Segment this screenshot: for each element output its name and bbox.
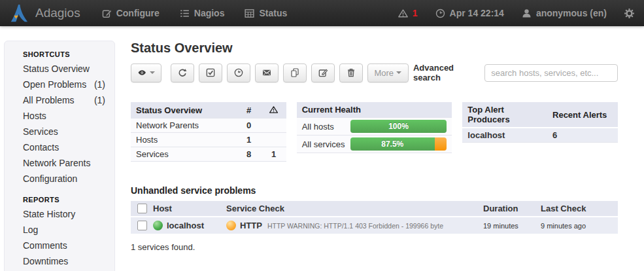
duration-value: 19 minutes [483, 222, 541, 230]
advanced-search: Advanced search [413, 63, 618, 82]
last-check-value: 9 minutes ago [541, 222, 618, 230]
nav-nagios[interactable]: Nagios [179, 8, 225, 19]
recent-alerts-header: Recent Alerts [547, 102, 618, 128]
duration-column-header: Duration [483, 204, 541, 213]
top-alert-producers-panel: Top Alert Producers Recent Alerts localh… [462, 102, 618, 162]
nav-nagios-label: Nagios [194, 8, 225, 18]
nav-configure[interactable]: Configure [101, 8, 160, 19]
warning-icon [269, 105, 279, 115]
envelope-icon [262, 67, 272, 78]
schedule-downtime-button[interactable] [227, 63, 250, 82]
check-square-icon [205, 67, 216, 78]
sidebar-item-contacts[interactable]: Contacts [5, 139, 114, 155]
progress-warning-segment [435, 137, 447, 151]
acknowledge-button[interactable] [199, 63, 222, 82]
trash-icon [346, 67, 356, 78]
nav-settings[interactable] [624, 8, 635, 19]
problems-section-title: Unhandled service problems [131, 185, 618, 196]
warning-column-header [262, 102, 286, 118]
clock-icon [435, 8, 446, 19]
top-navbar: Adagios Configure Nagios Status 1 [0, 0, 644, 26]
item-count: (1) [94, 78, 105, 91]
producer-count: 6 [547, 128, 618, 143]
service-detail-text: HTTP WARNING: HTTP/1.1 403 Forbidden - 1… [267, 222, 443, 230]
status-overview-panel: Status Overview # Network Parents 0 Host… [131, 102, 286, 162]
sidebar-item-comments[interactable]: Comments [5, 238, 114, 253]
send-message-button[interactable] [255, 63, 279, 82]
problems-header-row: Host Service Check Duration Last Check [131, 201, 618, 216]
sidebar-item-all-problems[interactable]: All Problems(1) [5, 92, 114, 108]
row-checkbox[interactable] [137, 221, 147, 230]
more-button-label: More [374, 68, 394, 78]
health-row-label: All hosts [297, 118, 350, 136]
nav-alerts[interactable]: 1 [398, 8, 418, 19]
service-column-header: Service Check [226, 204, 483, 213]
table-row[interactable]: Hosts 1 [131, 133, 286, 147]
sidebar-item-state-history[interactable]: State History [5, 206, 114, 222]
nav-datetime[interactable]: Apr 14 22:14 [435, 8, 504, 19]
refresh-button[interactable] [171, 63, 194, 82]
producers-header: Top Alert Producers [462, 102, 547, 128]
table-row[interactable]: localhost HTTP HTTP WARNING: HTTP/1.1 40… [131, 217, 618, 234]
delete-button[interactable] [339, 63, 363, 82]
edit-icon [318, 67, 328, 78]
host-ok-status-icon [153, 221, 163, 230]
edit-button[interactable] [311, 63, 335, 82]
sidebar-item-downtimes[interactable]: Downtimes [5, 253, 114, 269]
sidebar-item-network-parents[interactable]: Network Parents [5, 155, 114, 171]
current-health-panel: Current Health All hosts 100% All servic… [297, 102, 452, 162]
alert-count-badge: 1 [413, 8, 418, 18]
table-icon [244, 8, 255, 19]
copy-button[interactable] [283, 63, 307, 82]
sidebar-item-status-overview[interactable]: Status Overview [5, 61, 114, 77]
last-check-column-header: Last Check [541, 204, 618, 213]
host-column-header: Host [153, 204, 226, 213]
count-column-header: # [237, 102, 262, 118]
sidebar-item-services[interactable]: Services [5, 124, 114, 139]
nav-user[interactable]: anonymous (en) [521, 8, 607, 19]
nav-status-label: Status [259, 8, 287, 18]
all-services-progress-bar: 87.5% [350, 137, 447, 151]
table-row[interactable]: localhost 6 [462, 128, 618, 143]
sidebar: SHORTCUTS Status Overview Open Problems(… [4, 41, 115, 271]
search-input[interactable] [484, 64, 618, 82]
table-row: All services 87.5% [297, 136, 452, 153]
chevron-down-icon [150, 71, 155, 74]
sidebar-item-open-problems[interactable]: Open Problems(1) [5, 77, 114, 92]
progress-ok-segment: 87.5% [350, 137, 435, 151]
service-warning-status-icon [226, 221, 236, 230]
clock-icon [233, 67, 244, 78]
gear-icon [624, 8, 635, 19]
refresh-icon [177, 67, 188, 78]
list-icon [179, 8, 190, 19]
user-icon [521, 8, 532, 19]
select-all-checkbox[interactable] [137, 204, 147, 213]
producer-host[interactable]: localhost [462, 128, 547, 143]
nav-datetime-label: Apr 14 22:14 [450, 8, 504, 18]
table-row: All hosts 100% [297, 118, 452, 136]
view-options-button[interactable] [131, 63, 161, 82]
more-button[interactable]: More [367, 63, 409, 82]
adagios-logo-icon[interactable] [9, 3, 29, 23]
sidebar-item-hosts[interactable]: Hosts [5, 108, 114, 124]
eye-icon [137, 67, 147, 78]
all-hosts-progress-bar: 100% [350, 120, 447, 133]
brand-name[interactable]: Adagios [35, 6, 80, 20]
status-overview-header: Status Overview [131, 102, 237, 118]
health-row-label: All services [297, 136, 350, 153]
sidebar-item-log[interactable]: Log [5, 222, 114, 238]
service-link[interactable]: HTTP [240, 221, 262, 230]
sidebar-item-configuration[interactable]: Configuration [5, 171, 114, 187]
current-health-header: Current Health [297, 102, 452, 118]
problems-table: Host Service Check Duration Last Check l… [131, 201, 618, 234]
table-row[interactable]: Network Parents 0 [131, 118, 286, 133]
nav-user-label: anonymous (en) [536, 8, 607, 18]
nav-status[interactable]: Status [244, 8, 287, 19]
sidebar-section-reports: REPORTS [5, 193, 114, 206]
results-count-text: 1 services found. [131, 242, 618, 252]
navbar-left: Adagios Configure Nagios Status [9, 3, 307, 23]
chevron-down-icon [396, 71, 401, 74]
main-content: Status Overview More [131, 26, 631, 252]
table-row[interactable]: Services 8 1 [131, 147, 286, 162]
host-link[interactable]: localhost [167, 221, 204, 230]
